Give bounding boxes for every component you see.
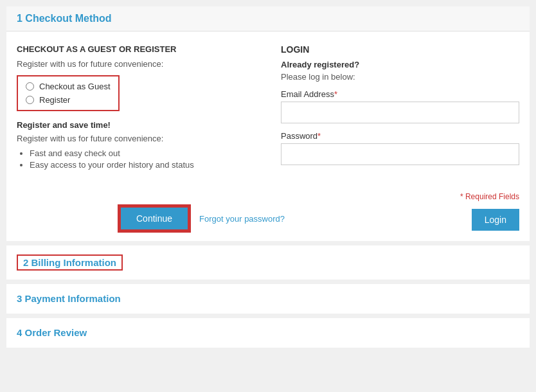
guest-register-radio-group: Checkout as Guest Register (17, 75, 120, 111)
checkout-guest-radio[interactable] (26, 82, 34, 91)
benefits-list: Fast and easy check out Easy access to y… (17, 148, 255, 170)
register-radio-item[interactable]: Register (26, 95, 111, 105)
checkout-method-title: 1 (17, 13, 22, 24)
password-required-star: * (317, 131, 321, 141)
billing-info-title: 2 Billing Information (17, 254, 123, 271)
forgot-password-link[interactable]: Forgot your password? (199, 214, 285, 224)
email-required-star: * (334, 89, 337, 99)
page-container: 1 Checkout Method CHECKOUT AS A GUEST OR… (6, 6, 530, 350)
password-label: Password* (281, 131, 519, 141)
checkout-method-section: 1 Checkout Method CHECKOUT AS A GUEST OR… (6, 6, 530, 241)
already-registered-text: Already registered? (281, 60, 519, 69)
register-radio[interactable] (26, 96, 34, 104)
register-desc: Register with us for future convenience: (17, 134, 255, 143)
continue-button[interactable]: Continue (120, 206, 189, 231)
register-save-title: Register and save time! (17, 120, 255, 130)
billing-information-section: 2 Billing Information (6, 244, 530, 280)
checkout-method-title-text: Checkout Method (22, 13, 112, 24)
login-button[interactable]: Login (472, 209, 519, 231)
payment-info-title: 3 Payment Information (17, 293, 121, 304)
payment-information-section: 3 Payment Information (6, 282, 530, 314)
email-input[interactable] (281, 102, 519, 123)
checkout-guest-label[interactable]: Checkout as Guest (39, 82, 111, 91)
register-label[interactable]: Register (39, 95, 70, 105)
please-log-in-text: Please log in below: (281, 72, 519, 82)
continue-button-wrapper: Continue Forgot your password? (17, 206, 285, 231)
password-input[interactable] (281, 143, 519, 165)
checkout-method-body: CHECKOUT AS A GUEST OR REGISTER Register… (6, 31, 530, 186)
benefit-item-2: Easy access to your order history and st… (30, 160, 255, 170)
benefit-item-1: Fast and easy check out (30, 148, 255, 158)
right-panel: LOGIN Already registered? Please log in … (281, 44, 519, 173)
required-fields-note: * Required Fields (460, 192, 519, 201)
login-title: LOGIN (281, 44, 519, 55)
checkout-guest-radio-item[interactable]: Checkout as Guest (26, 82, 111, 91)
order-review-title: 4 Order Review (17, 327, 87, 338)
checkout-footer: Continue Forgot your password? * Require… (6, 186, 530, 241)
checkout-method-header: 1 Checkout Method (6, 6, 530, 31)
left-panel-subtitle: Register with us for future convenience: (17, 59, 255, 69)
left-panel-title: CHECKOUT AS A GUEST OR REGISTER (17, 44, 255, 54)
email-label: Email Address* (281, 89, 519, 99)
order-review-section: 4 Order Review (6, 316, 530, 348)
left-panel: CHECKOUT AS A GUEST OR REGISTER Register… (17, 44, 255, 173)
login-right-section: * Required Fields Login (460, 192, 519, 231)
